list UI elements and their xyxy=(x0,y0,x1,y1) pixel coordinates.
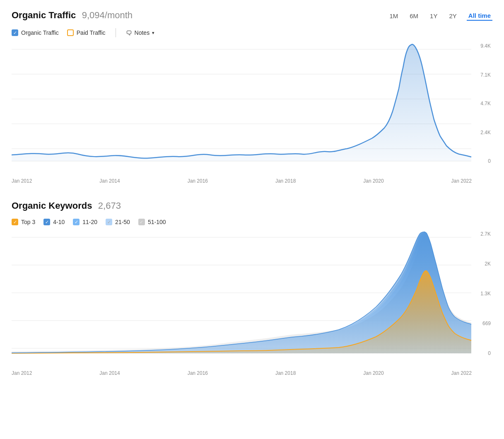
kx-label-2016: Jan 2016 xyxy=(188,370,208,376)
keywords-x-axis: Jan 2012 Jan 2014 Jan 2016 Jan 2018 Jan … xyxy=(12,368,492,376)
checkmark-empty: ✓ xyxy=(68,31,72,35)
51-100-label: 51-100 xyxy=(148,219,166,225)
kx-label-2018: Jan 2018 xyxy=(275,370,296,376)
11-20-label: 11-20 xyxy=(82,219,97,225)
legend-paid-traffic[interactable]: ✓ Paid Traffic xyxy=(67,29,106,36)
4-10-checkbox[interactable]: ✓ xyxy=(43,219,50,225)
traffic-header: Organic Traffic 9,094/month 1M 6M 1Y 2Y … xyxy=(12,10,492,21)
y-label-47k: 4.7K xyxy=(480,101,491,106)
paid-traffic-label: Paid Traffic xyxy=(77,29,106,36)
legend-51-100[interactable]: ✓ 51-100 xyxy=(138,219,166,225)
traffic-chart-wrapper: 9.4K 7.1K 4.7K 2.4K 0 xyxy=(12,43,492,176)
top3-checkbox[interactable]: ✓ xyxy=(12,219,18,225)
paid-traffic-checkbox[interactable]: ✓ xyxy=(67,29,74,36)
ky-label-669: 669 xyxy=(482,321,491,326)
filter-6m[interactable]: 6M xyxy=(408,12,420,20)
traffic-title-group: Organic Traffic 9,094/month xyxy=(12,10,133,21)
traffic-chart-container: 9.4K 7.1K 4.7K 2.4K 0 Jan 2012 Jan 2014 … xyxy=(12,43,492,184)
legend-4-10[interactable]: ✓ 4-10 xyxy=(43,219,65,225)
time-filter-group: 1M 6M 1Y 2Y All time xyxy=(388,11,492,21)
keywords-chart-container: 2.7K 2K 1.3K 669 0 Jan 2012 Jan 2014 Jan… xyxy=(12,231,492,376)
traffic-chart-svg xyxy=(12,43,492,176)
keywords-chart-svg xyxy=(12,231,492,368)
filter-2y[interactable]: 2Y xyxy=(447,12,458,20)
legend-21-50[interactable]: ✓ 21-50 xyxy=(106,219,130,225)
keywords-y-axis: 2.7K 2K 1.3K 669 0 xyxy=(480,231,491,356)
legend-organic-traffic[interactable]: ✓ Organic Traffic xyxy=(12,29,59,36)
x-label-2018: Jan 2018 xyxy=(275,178,296,184)
keywords-chart-wrapper: 2.7K 2K 1.3K 669 0 xyxy=(12,231,492,368)
page-title: Organic Traffic xyxy=(12,10,76,20)
notes-icon: 🗨 xyxy=(126,29,132,36)
traffic-y-axis: 9.4K 7.1K 4.7K 2.4K 0 xyxy=(480,43,491,164)
legend-divider xyxy=(116,28,116,37)
organic-traffic-checkbox[interactable]: ✓ xyxy=(12,29,18,36)
y-label-94k: 9.4K xyxy=(480,43,491,49)
traffic-area-fill xyxy=(12,44,471,161)
x-label-2012: Jan 2012 xyxy=(12,178,32,184)
4-10-label: 4-10 xyxy=(53,219,65,225)
traffic-count: 9,094/month xyxy=(82,10,133,20)
x-label-2016: Jan 2016 xyxy=(188,178,208,184)
checkmark-top3: ✓ xyxy=(13,220,17,224)
ky-label-0: 0 xyxy=(488,350,491,356)
filter-1y[interactable]: 1Y xyxy=(428,12,439,20)
notes-label: Notes xyxy=(135,29,150,36)
checkmark-21-50: ✓ xyxy=(107,220,111,224)
filter-all-time[interactable]: All time xyxy=(467,11,492,21)
ky-label-13k: 1.3K xyxy=(480,291,491,297)
keywords-legend: ✓ Top 3 ✓ 4-10 ✓ 11-20 ✓ 21-50 ✓ 51 xyxy=(12,219,492,225)
ky-label-2k: 2K xyxy=(485,261,491,267)
kx-label-2014: Jan 2014 xyxy=(99,370,120,376)
organic-traffic-section: Organic Traffic 9,094/month 1M 6M 1Y 2Y … xyxy=(12,10,492,184)
traffic-legend: ✓ Organic Traffic ✓ Paid Traffic 🗨 Notes… xyxy=(12,28,492,37)
y-label-71k: 7.1K xyxy=(480,72,491,78)
top3-label: Top 3 xyxy=(21,219,35,225)
21-50-checkbox[interactable]: ✓ xyxy=(106,219,112,225)
51-100-checkbox[interactable]: ✓ xyxy=(138,219,145,225)
checkmark-icon: ✓ xyxy=(13,31,17,35)
y-label-0: 0 xyxy=(488,158,491,164)
x-label-2022: Jan 2022 xyxy=(451,178,472,184)
x-label-2014: Jan 2014 xyxy=(99,178,120,184)
kx-label-2022: Jan 2022 xyxy=(451,370,472,376)
kx-label-2020: Jan 2020 xyxy=(363,370,383,376)
11-20-checkbox[interactable]: ✓ xyxy=(73,219,80,225)
organic-traffic-label: Organic Traffic xyxy=(21,29,59,36)
x-label-2020: Jan 2020 xyxy=(363,178,383,184)
ky-label-27k: 2.7K xyxy=(480,231,491,237)
kx-label-2012: Jan 2012 xyxy=(12,370,32,376)
traffic-x-axis: Jan 2012 Jan 2014 Jan 2016 Jan 2018 Jan … xyxy=(12,176,492,184)
legend-11-20[interactable]: ✓ 11-20 xyxy=(73,219,97,225)
keywords-header: Organic Keywords 2,673 xyxy=(12,200,492,211)
checkmark-11-20: ✓ xyxy=(75,220,78,224)
legend-top3[interactable]: ✓ Top 3 xyxy=(12,219,35,225)
keywords-count: 2,673 xyxy=(98,200,121,211)
checkmark-51-100: ✓ xyxy=(140,220,143,224)
checkmark-4-10: ✓ xyxy=(45,220,49,224)
keywords-title: Organic Keywords xyxy=(12,200,92,211)
filter-1m[interactable]: 1M xyxy=(388,12,400,20)
21-50-label: 21-50 xyxy=(115,219,130,225)
keywords-title-group: Organic Keywords 2,673 xyxy=(12,200,121,211)
notes-button[interactable]: 🗨 Notes ▾ xyxy=(126,29,155,36)
chevron-down-icon: ▾ xyxy=(152,30,154,36)
y-label-24k: 2.4K xyxy=(480,130,491,135)
organic-keywords-section: Organic Keywords 2,673 ✓ Top 3 ✓ 4-10 ✓ … xyxy=(12,200,492,376)
